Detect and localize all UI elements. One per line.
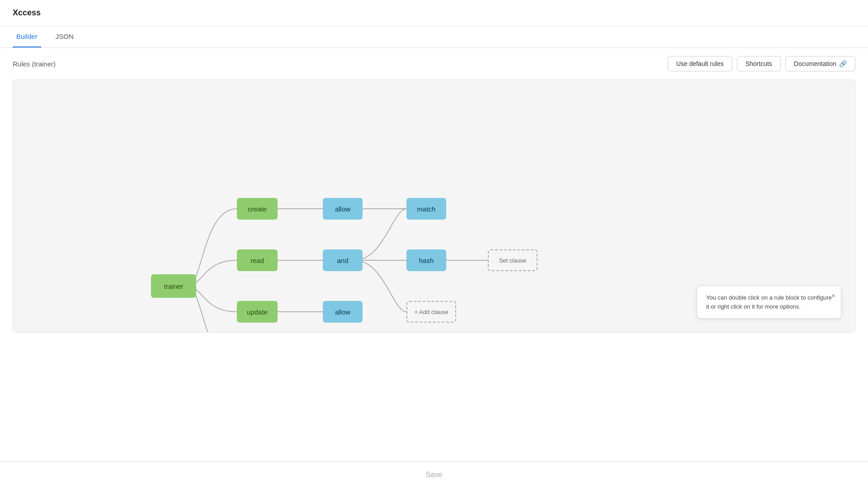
app-title: Xccess: [13, 8, 41, 17]
toolbar-buttons: Use default rules Shortcuts Documentatio…: [668, 56, 855, 71]
rules-title: Rules (trainer): [13, 60, 56, 68]
node-update[interactable]: update: [237, 301, 278, 323]
shortcuts-button[interactable]: Shortcuts: [737, 56, 781, 71]
tab-json[interactable]: JSON: [52, 26, 77, 47]
tab-builder[interactable]: Builder: [13, 26, 41, 47]
node-set-clause[interactable]: Set clause: [488, 249, 538, 271]
node-allow-update[interactable]: allow: [323, 301, 363, 323]
node-hash[interactable]: hash: [406, 249, 446, 271]
tooltip-box: × You can double click on a rule block t…: [697, 286, 841, 319]
canvas: trainer create read update delete allow …: [13, 80, 855, 333]
node-trainer[interactable]: trainer: [151, 274, 196, 298]
node-allow-create[interactable]: allow: [323, 198, 363, 220]
node-add-clause[interactable]: + Add clause: [406, 301, 456, 323]
node-create[interactable]: create: [237, 198, 278, 220]
use-default-rules-button[interactable]: Use default rules: [668, 56, 732, 71]
app-header: Xccess: [0, 0, 868, 26]
tooltip-text: You can double click on a rule block to …: [706, 294, 832, 310]
node-match[interactable]: match: [406, 198, 446, 220]
footer: Save: [0, 461, 868, 488]
documentation-button[interactable]: Documentation 🔗: [785, 56, 855, 71]
link-icon: 🔗: [839, 60, 847, 67]
save-button[interactable]: Save: [426, 471, 442, 479]
tooltip-close-button[interactable]: ×: [831, 291, 835, 301]
tab-bar: Builder JSON: [0, 26, 868, 48]
node-and-read[interactable]: and: [323, 249, 363, 271]
node-read[interactable]: read: [237, 249, 278, 271]
toolbar: Rules (trainer) Use default rules Shortc…: [0, 48, 868, 80]
